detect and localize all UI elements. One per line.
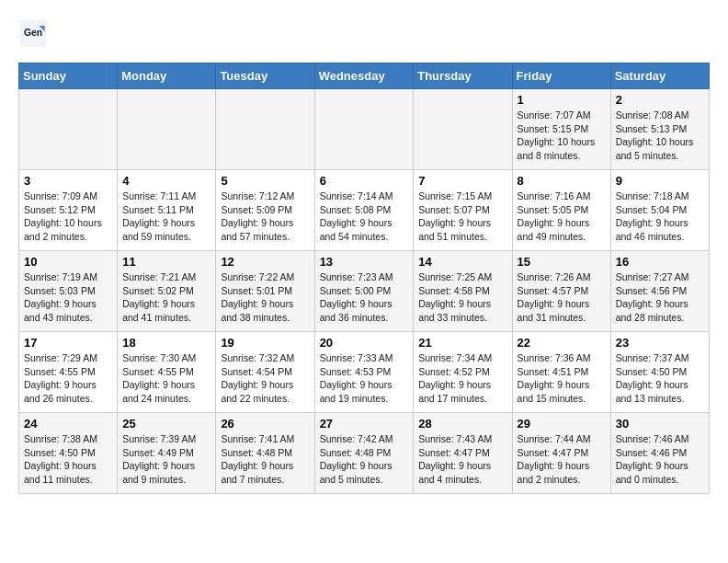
calendar-cell: 6Sunrise: 7:14 AM Sunset: 5:08 PM Daylig… [314,170,414,251]
calendar-cell: 3Sunrise: 7:09 AM Sunset: 5:12 PM Daylig… [19,170,118,251]
day-info: Sunrise: 7:16 AM Sunset: 5:05 PM Dayligh… [518,190,606,244]
day-number: 7 [418,174,506,188]
calendar-cell: 26Sunrise: 7:41 AM Sunset: 4:48 PM Dayli… [216,413,314,494]
day-info: Sunrise: 7:07 AM Sunset: 5:15 PM Dayligh… [518,109,606,163]
calendar-row-2: 3Sunrise: 7:09 AM Sunset: 5:12 PM Daylig… [19,170,710,251]
calendar-cell: 2Sunrise: 7:08 AM Sunset: 5:13 PM Daylig… [610,89,709,170]
day-number: 17 [24,336,112,350]
calendar-cell: 11Sunrise: 7:21 AM Sunset: 5:02 PM Dayli… [118,251,216,332]
day-info: Sunrise: 7:34 AM Sunset: 4:52 PM Dayligh… [418,351,506,406]
day-number: 26 [221,417,309,431]
day-info: Sunrise: 7:19 AM Sunset: 5:03 PM Dayligh… [24,270,112,325]
calendar-cell: 7Sunrise: 7:15 AM Sunset: 5:07 PM Daylig… [414,170,512,251]
calendar-cell: 12Sunrise: 7:22 AM Sunset: 5:01 PM Dayli… [216,251,314,332]
logo: Gen [18,18,53,48]
day-info: Sunrise: 7:22 AM Sunset: 5:01 PM Dayligh… [221,270,309,325]
day-number: 3 [24,174,112,188]
calendar-cell: 10Sunrise: 7:19 AM Sunset: 5:03 PM Dayli… [19,251,118,332]
day-info: Sunrise: 7:36 AM Sunset: 4:51 PM Dayligh… [518,351,606,406]
day-info: Sunrise: 7:42 AM Sunset: 4:48 PM Dayligh… [320,432,409,487]
calendar-row-1: 1Sunrise: 7:07 AM Sunset: 5:15 PM Daylig… [19,89,710,170]
day-info: Sunrise: 7:43 AM Sunset: 4:47 PM Dayligh… [418,432,506,487]
day-info: Sunrise: 7:46 AM Sunset: 4:46 PM Dayligh… [616,432,704,487]
day-info: Sunrise: 7:08 AM Sunset: 5:13 PM Dayligh… [616,109,704,163]
calendar-cell: 20Sunrise: 7:33 AM Sunset: 4:53 PM Dayli… [314,332,414,413]
day-info: Sunrise: 7:14 AM Sunset: 5:08 PM Dayligh… [320,190,409,244]
calendar-cell: 23Sunrise: 7:37 AM Sunset: 4:50 PM Dayli… [610,332,709,413]
day-number: 29 [518,417,606,431]
day-info: Sunrise: 7:29 AM Sunset: 4:55 PM Dayligh… [24,351,112,406]
col-wednesday: Wednesday [314,63,414,89]
day-number: 10 [24,255,112,269]
day-info: Sunrise: 7:26 AM Sunset: 4:57 PM Dayligh… [518,270,606,325]
calendar-cell: 25Sunrise: 7:39 AM Sunset: 4:49 PM Dayli… [118,413,216,494]
day-info: Sunrise: 7:38 AM Sunset: 4:50 PM Dayligh… [24,432,112,487]
day-number: 2 [616,93,704,107]
day-info: Sunrise: 7:15 AM Sunset: 5:07 PM Dayligh… [418,190,506,244]
calendar-cell: 5Sunrise: 7:12 AM Sunset: 5:09 PM Daylig… [216,170,314,251]
calendar-cell: 22Sunrise: 7:36 AM Sunset: 4:51 PM Dayli… [512,332,610,413]
calendar-row-5: 24Sunrise: 7:38 AM Sunset: 4:50 PM Dayli… [19,413,710,494]
calendar-cell [314,89,414,170]
day-number: 30 [616,417,704,431]
day-number: 20 [320,336,409,350]
day-number: 14 [418,255,506,269]
calendar-cell: 29Sunrise: 7:44 AM Sunset: 4:47 PM Dayli… [512,413,610,494]
calendar-cell: 19Sunrise: 7:32 AM Sunset: 4:54 PM Dayli… [216,332,314,413]
day-number: 27 [320,417,409,431]
day-info: Sunrise: 7:11 AM Sunset: 5:11 PM Dayligh… [122,190,210,244]
day-info: Sunrise: 7:18 AM Sunset: 5:04 PM Dayligh… [616,190,704,244]
day-info: Sunrise: 7:21 AM Sunset: 5:02 PM Dayligh… [122,270,210,325]
calendar-cell [414,89,512,170]
calendar-cell: 16Sunrise: 7:27 AM Sunset: 4:56 PM Dayli… [610,251,709,332]
day-info: Sunrise: 7:39 AM Sunset: 4:49 PM Dayligh… [122,432,210,487]
day-number: 15 [518,255,606,269]
page-header: Gen [18,18,710,48]
calendar-cell: 24Sunrise: 7:38 AM Sunset: 4:50 PM Dayli… [19,413,118,494]
day-number: 1 [518,93,606,107]
col-monday: Monday [118,63,216,89]
day-number: 8 [518,174,606,188]
col-sunday: Sunday [19,63,118,89]
calendar-header: Sunday Monday Tuesday Wednesday Thursday… [19,63,710,89]
day-number: 25 [122,417,210,431]
calendar-cell [216,89,314,170]
day-number: 28 [418,417,506,431]
day-number: 22 [518,336,606,350]
calendar-cell: 28Sunrise: 7:43 AM Sunset: 4:47 PM Dayli… [414,413,512,494]
calendar-row-3: 10Sunrise: 7:19 AM Sunset: 5:03 PM Dayli… [19,251,710,332]
calendar-cell: 17Sunrise: 7:29 AM Sunset: 4:55 PM Dayli… [19,332,118,413]
col-saturday: Saturday [610,63,709,89]
day-info: Sunrise: 7:23 AM Sunset: 5:00 PM Dayligh… [320,270,409,325]
day-info: Sunrise: 7:44 AM Sunset: 4:47 PM Dayligh… [518,432,606,487]
day-number: 11 [122,255,210,269]
day-info: Sunrise: 7:41 AM Sunset: 4:48 PM Dayligh… [221,432,309,487]
col-friday: Friday [512,63,610,89]
day-number: 12 [221,255,309,269]
day-number: 24 [24,417,112,431]
calendar-cell [118,89,216,170]
day-number: 21 [418,336,506,350]
calendar-cell: 30Sunrise: 7:46 AM Sunset: 4:46 PM Dayli… [610,413,709,494]
day-number: 4 [122,174,210,188]
calendar-row-4: 17Sunrise: 7:29 AM Sunset: 4:55 PM Dayli… [19,332,710,413]
calendar-cell: 15Sunrise: 7:26 AM Sunset: 4:57 PM Dayli… [512,251,610,332]
day-info: Sunrise: 7:32 AM Sunset: 4:54 PM Dayligh… [221,351,309,406]
calendar-cell: 4Sunrise: 7:11 AM Sunset: 5:11 PM Daylig… [118,170,216,251]
day-info: Sunrise: 7:12 AM Sunset: 5:09 PM Dayligh… [221,190,309,244]
calendar-cell [19,89,118,170]
calendar-table: Sunday Monday Tuesday Wednesday Thursday… [18,63,710,494]
day-info: Sunrise: 7:30 AM Sunset: 4:55 PM Dayligh… [122,351,210,406]
day-info: Sunrise: 7:09 AM Sunset: 5:12 PM Dayligh… [24,190,112,244]
col-tuesday: Tuesday [216,63,314,89]
calendar-cell: 18Sunrise: 7:30 AM Sunset: 4:55 PM Dayli… [118,332,216,413]
svg-text:Gen: Gen [24,28,42,38]
day-info: Sunrise: 7:33 AM Sunset: 4:53 PM Dayligh… [320,351,409,406]
calendar-cell: 13Sunrise: 7:23 AM Sunset: 5:00 PM Dayli… [314,251,414,332]
day-number: 19 [221,336,309,350]
day-number: 18 [122,336,210,350]
calendar-cell: 21Sunrise: 7:34 AM Sunset: 4:52 PM Dayli… [414,332,512,413]
logo-icon: Gen [18,18,48,48]
calendar-cell: 8Sunrise: 7:16 AM Sunset: 5:05 PM Daylig… [512,170,610,251]
day-number: 6 [320,174,409,188]
